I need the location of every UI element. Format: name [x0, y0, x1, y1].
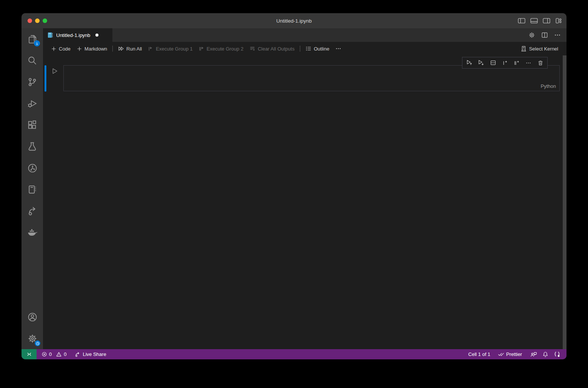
select-kernel-button[interactable]: Select Kernel — [517, 44, 561, 54]
add-code-label: Code — [59, 46, 71, 52]
outline-label: Outline — [314, 46, 329, 52]
more-actions-icon[interactable] — [554, 32, 561, 38]
live-share-label: Live Share — [83, 351, 106, 357]
toggle-panel-icon[interactable] — [530, 18, 538, 24]
select-kernel-label: Select Kernel — [529, 46, 558, 52]
source-control-icon — [28, 77, 37, 87]
tab-bar: Untitled-1.ipynb — [43, 28, 567, 42]
zoom-window-button[interactable] — [43, 18, 47, 23]
sidebar-item-git-graph[interactable] — [21, 157, 43, 179]
run-cell-button[interactable] — [51, 67, 58, 75]
search-icon — [28, 56, 37, 65]
notebook-file-icon — [48, 32, 53, 38]
run-all-button[interactable]: Run All — [115, 44, 145, 54]
clear-all-outputs-label: Clear All Outputs — [258, 46, 295, 52]
warning-count: 0 — [64, 351, 66, 357]
delete-cell-icon[interactable] — [536, 58, 545, 68]
split-editor-icon[interactable] — [541, 32, 548, 38]
add-markdown-cell-button[interactable]: Markdown — [74, 44, 110, 54]
outline-button[interactable]: Outline — [302, 44, 332, 54]
run-all-icon — [118, 46, 124, 52]
execute-group-1-icon — [148, 46, 154, 52]
plus-icon — [51, 46, 57, 52]
notifications-button[interactable] — [540, 351, 551, 357]
add-to-execute-group-1-icon[interactable] — [500, 58, 510, 68]
cell-language-picker[interactable]: Python — [541, 83, 556, 89]
docker-icon — [27, 227, 37, 238]
sidebar-item-extensions[interactable] — [21, 114, 43, 136]
prettier-label: Prettier — [506, 351, 522, 357]
split-cell-icon[interactable] — [488, 58, 498, 68]
status-bar: 0 0 Live Share Cell 1 of 1 Pr — [21, 349, 567, 359]
add-to-execute-group-2-icon[interactable] — [512, 58, 522, 68]
toggle-secondary-sidebar-icon[interactable] — [543, 18, 550, 24]
kernel-icon — [520, 46, 527, 52]
sidebar-item-search[interactable] — [21, 50, 43, 71]
sidebar-item-source-control[interactable] — [21, 71, 43, 93]
git-graph-icon — [28, 163, 37, 173]
cell-position-label: Cell 1 of 1 — [468, 351, 491, 357]
error-count: 0 — [49, 351, 52, 357]
run-and-debug-icon — [28, 99, 37, 109]
execute-above-cells-icon[interactable] — [464, 58, 474, 68]
plus-icon — [77, 46, 82, 52]
minimize-window-button[interactable] — [35, 18, 40, 23]
notebook-editor[interactable]: Python — [43, 55, 567, 349]
braces-dot-icon — [554, 351, 561, 357]
sidebar-item-account[interactable] — [21, 306, 43, 328]
live-share-status[interactable]: Live Share — [72, 351, 109, 357]
execute-group-2-button[interactable]: Execute Group 2 — [196, 44, 247, 54]
clear-all-outputs-icon — [249, 46, 255, 52]
feedback-icon — [530, 351, 537, 357]
close-window-button[interactable] — [28, 18, 32, 23]
testing-beaker-icon — [28, 142, 37, 151]
layout-controls — [518, 13, 562, 28]
more-cell-actions-icon[interactable] — [524, 58, 533, 68]
tab-label: Untitled-1.ipynb — [56, 32, 90, 38]
live-share-icon — [28, 206, 37, 216]
notebook-toolbar: Code Markdown Run All Execute Group 1 — [43, 42, 567, 55]
sidebar-item-testing[interactable] — [21, 136, 43, 157]
editor-scrollbar[interactable] — [563, 55, 567, 349]
toolbar-divider — [112, 46, 113, 52]
execute-group-1-label: Execute Group 1 — [156, 46, 193, 52]
toggle-primary-sidebar-icon[interactable] — [518, 18, 525, 24]
more-toolbar-actions-button[interactable] — [332, 44, 344, 54]
execute-group-2-label: Execute Group 2 — [207, 46, 244, 52]
vscode-window: Untitled-1.ipynb 1 — [21, 13, 567, 359]
problems-indicator[interactable]: 0 0 — [39, 351, 69, 357]
window-controls — [28, 13, 47, 28]
remote-icon — [26, 351, 32, 357]
sidebar-item-notebook[interactable] — [21, 179, 43, 200]
add-code-cell-button[interactable]: Code — [48, 44, 74, 54]
gear-icon[interactable] — [528, 32, 535, 38]
live-share-icon — [75, 351, 81, 357]
error-icon — [41, 351, 47, 357]
prettier-status[interactable]: Prettier — [495, 351, 525, 357]
remote-indicator[interactable] — [21, 349, 37, 359]
activity-bar: 1 — [21, 28, 43, 349]
tab-untitled-notebook[interactable]: Untitled-1.ipynb — [43, 28, 112, 42]
cell-focus-indicator — [45, 65, 46, 92]
more-actions-icon — [335, 46, 341, 52]
dirty-indicator[interactable] — [95, 34, 98, 37]
execute-group-2-icon — [199, 46, 204, 52]
sidebar-item-explorer[interactable]: 1 — [21, 28, 43, 50]
explorer-badge: 1 — [34, 40, 40, 46]
clear-all-outputs-button[interactable]: Clear All Outputs — [246, 44, 298, 54]
notebook-icon — [28, 185, 37, 194]
execute-group-1-button[interactable]: Execute Group 1 — [145, 44, 196, 54]
feedback-button[interactable] — [528, 351, 540, 357]
sidebar-item-docker[interactable] — [21, 222, 43, 243]
execute-cell-and-below-icon[interactable] — [476, 58, 486, 68]
code-cell-editor[interactable]: Python — [63, 65, 560, 91]
double-check-icon — [498, 351, 504, 357]
account-icon — [28, 312, 37, 322]
sidebar-item-run-and-debug[interactable] — [21, 93, 43, 114]
sidebar-item-live-share[interactable] — [21, 200, 43, 222]
cell-position-indicator[interactable]: Cell 1 of 1 — [466, 351, 493, 357]
customize-layout-icon[interactable] — [555, 18, 562, 24]
sidebar-item-settings[interactable] — [21, 328, 43, 349]
braces-status-button[interactable] — [551, 351, 563, 357]
outline-list-icon — [306, 46, 312, 52]
